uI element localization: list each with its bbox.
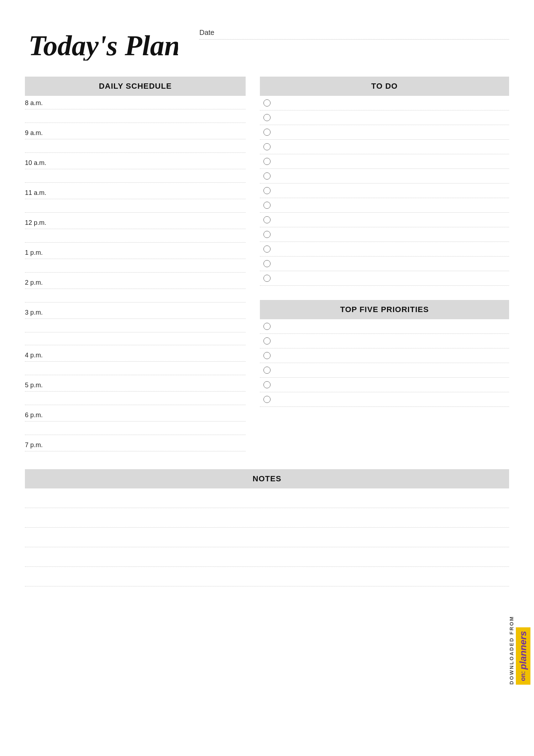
schedule-line[interactable] — [25, 169, 246, 169]
todo-circle — [263, 172, 271, 180]
schedule-line[interactable] — [25, 391, 246, 392]
todo-item[interactable] — [260, 140, 509, 154]
schedule-blank[interactable] — [25, 201, 246, 213]
page-title: Today's Plan — [25, 21, 178, 66]
schedule-blank[interactable] — [25, 424, 246, 435]
note-line[interactable] — [25, 567, 509, 586]
schedule-line[interactable] — [25, 289, 246, 289]
schedule-item-8am: 8 a.m. — [25, 96, 246, 126]
watermark-brand-block: on: planners — [516, 627, 530, 685]
schedule-line[interactable] — [25, 109, 246, 109]
todo-circle — [263, 260, 271, 267]
todo-circle — [263, 187, 271, 194]
todo-item[interactable] — [260, 125, 509, 140]
time-label-12pm: 12 p.m. — [25, 219, 246, 227]
schedule-item-3pm: 3 p.m. — [25, 305, 246, 348]
schedule-line[interactable] — [25, 451, 246, 451]
todo-item[interactable] — [260, 257, 509, 271]
todo-circle — [263, 202, 271, 209]
schedule-item-6pm: 6 p.m. — [25, 408, 246, 438]
schedule-blank[interactable] — [25, 364, 246, 375]
date-area: Date — [199, 21, 509, 40]
svg-text:Today's Plan: Today's Plan — [28, 30, 178, 61]
schedule-line[interactable] — [25, 259, 246, 259]
priority-item[interactable] — [260, 319, 509, 334]
time-label-11am: 11 a.m. — [25, 189, 246, 197]
todo-item[interactable] — [260, 198, 509, 213]
schedule-blank[interactable] — [25, 394, 246, 405]
main-content: DAILY SCHEDULE 8 a.m. 9 a.m. 10 a.m. — [25, 77, 509, 455]
todo-item[interactable] — [260, 213, 509, 227]
header-area: Today's Plan Date — [25, 21, 509, 66]
schedule-blank[interactable] — [25, 291, 246, 302]
note-line[interactable] — [25, 488, 509, 508]
todo-item[interactable] — [260, 183, 509, 198]
schedule-blank[interactable] — [25, 261, 246, 273]
priority-item[interactable] — [260, 348, 509, 363]
priority-circle — [263, 352, 271, 359]
priority-circle — [263, 381, 271, 388]
watermark-planners: planners — [518, 631, 528, 669]
schedule-line[interactable] — [25, 199, 246, 199]
schedule-blank[interactable] — [25, 231, 246, 243]
time-label-1pm: 1 p.m. — [25, 249, 246, 257]
date-input-line[interactable] — [199, 39, 509, 40]
time-label-10am: 10 a.m. — [25, 159, 246, 167]
todo-item[interactable] — [260, 169, 509, 183]
todo-item[interactable] — [260, 154, 509, 169]
todo-item[interactable] — [260, 96, 509, 110]
todo-item[interactable] — [260, 242, 509, 257]
note-line[interactable] — [25, 528, 509, 547]
note-line[interactable] — [25, 547, 509, 567]
todo-circle — [263, 231, 271, 238]
time-label-2pm: 2 p.m. — [25, 279, 246, 286]
schedule-item-11am: 11 a.m. — [25, 186, 246, 216]
schedule-line[interactable] — [25, 421, 246, 421]
todo-item[interactable] — [260, 110, 509, 125]
priority-circle — [263, 367, 271, 374]
todo-circle — [263, 245, 271, 253]
priority-item[interactable] — [260, 334, 509, 348]
schedule-line[interactable] — [25, 229, 246, 229]
priority-item[interactable] — [260, 363, 509, 378]
priority-item[interactable] — [260, 378, 509, 392]
priority-item[interactable] — [260, 392, 509, 407]
todo-circle — [263, 143, 271, 150]
todo-circle — [263, 275, 271, 282]
schedule-blank[interactable] — [25, 112, 246, 123]
schedule-blank[interactable] — [25, 321, 246, 332]
priority-circle — [263, 323, 271, 330]
schedule-item-2pm: 2 p.m. — [25, 275, 246, 305]
right-column: TO DO TOP FIVE PRIORITIES — [260, 77, 509, 455]
time-label-3pm: 3 p.m. — [25, 309, 246, 316]
schedule-item-5pm: 5 p.m. — [25, 378, 246, 408]
todo-header: TO DO — [260, 77, 509, 96]
priorities-header: TOP FIVE PRIORITIES — [260, 300, 509, 319]
schedule-line[interactable] — [25, 361, 246, 362]
todo-circle — [263, 216, 271, 223]
page: Today's Plan Date DAILY SCHEDULE 8 a.m. … — [0, 0, 534, 756]
daily-schedule-column: DAILY SCHEDULE 8 a.m. 9 a.m. 10 a.m. — [25, 77, 246, 455]
todo-item[interactable] — [260, 227, 509, 242]
todo-item[interactable] — [260, 271, 509, 286]
schedule-blank[interactable] — [25, 171, 246, 183]
todo-circle — [263, 129, 271, 136]
watermark: DOWNLOADED FROM on: planners — [509, 616, 530, 685]
watermark-on: on: — [519, 671, 527, 681]
todo-circle — [263, 114, 271, 121]
watermark-downloaded-text: DOWNLOADED FROM — [509, 616, 514, 685]
schedule-item-10am: 10 a.m. — [25, 156, 246, 186]
time-label-4pm: 4 p.m. — [25, 352, 246, 359]
priority-circle — [263, 337, 271, 345]
schedule-line[interactable] — [25, 319, 246, 319]
time-label-5pm: 5 p.m. — [25, 382, 246, 389]
schedule-blank[interactable] — [25, 334, 246, 345]
note-line[interactable] — [25, 508, 509, 528]
schedule-line[interactable] — [25, 139, 246, 139]
priorities-list — [260, 319, 509, 407]
schedule-blank[interactable] — [25, 141, 246, 153]
todo-circle — [263, 158, 271, 165]
time-label-6pm: 6 p.m. — [25, 411, 246, 419]
time-label-9am: 9 a.m. — [25, 129, 246, 137]
todo-list — [260, 96, 509, 286]
